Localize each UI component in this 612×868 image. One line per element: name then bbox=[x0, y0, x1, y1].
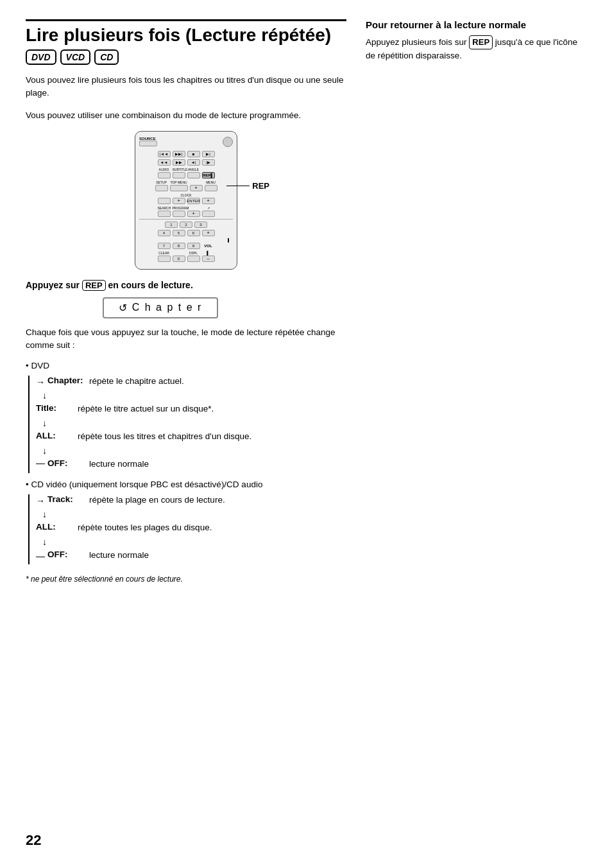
all-text-desc: répète tous les titres et chapitres d'un… bbox=[78, 431, 251, 443]
right-text-before: Appuyez plusieurs fois sur bbox=[366, 37, 467, 47]
down-arrow-2: ↓ bbox=[36, 418, 346, 428]
page-container: Lire plusieurs fois (Lecture répétée) DV… bbox=[0, 0, 612, 868]
right-column: Pour retourner à la lecture normale Appu… bbox=[359, 19, 586, 584]
dvd-chapter-row: → Chapter: répète le chapitre actuel. bbox=[36, 376, 346, 388]
remote-illustration: SOURCE |◄◄ ▶▶| ■ ▶| bbox=[26, 131, 346, 270]
footnote: * ne peut être sélectionné en cours de l… bbox=[26, 575, 346, 584]
off-text-cd: lecture normale bbox=[89, 550, 149, 562]
all-label: ALL: bbox=[36, 431, 78, 440]
cd-bullet: • CD vidéo (uniquement lorsque PBC est d… bbox=[26, 480, 346, 489]
down-arrow-1: ↓ bbox=[36, 390, 346, 401]
step-instruction: Appuyez sur REP en cours de lecture. bbox=[26, 280, 346, 291]
track-text-desc: répète la plage en cours de lecture. bbox=[89, 494, 225, 507]
dvd-bullet: • DVD bbox=[26, 361, 346, 370]
dvd-badge: DVD bbox=[26, 49, 56, 65]
chapter-arrow: → bbox=[36, 377, 45, 387]
off-label-cd: OFF: bbox=[47, 550, 89, 559]
down-arrow-5: ↓ bbox=[36, 537, 346, 547]
page-title: Lire plusieurs fois (Lecture répétée) bbox=[26, 19, 346, 46]
cd-all-row: ALL: répète toutes les plages du disque. bbox=[36, 522, 346, 534]
title-label: Title: bbox=[36, 403, 78, 413]
dvd-all-row: ALL: répète tous les titres et chapitres… bbox=[36, 431, 346, 443]
page-number: 22 bbox=[26, 832, 41, 849]
left-column: Lire plusieurs fois (Lecture répétée) DV… bbox=[26, 19, 359, 584]
chapter-text-desc: répète le chapitre actuel. bbox=[89, 376, 184, 388]
rep-button-inline: REP bbox=[82, 280, 106, 291]
dvd-flow-block: → Chapter: répète le chapitre actuel. ↓ … bbox=[36, 376, 346, 473]
repeat-icon: ↺ bbox=[119, 302, 128, 314]
intro-text-1: Vous pouvez lire plusieurs fois tous les… bbox=[26, 74, 346, 100]
cd-flow: → Track: répète la plage en cours de lec… bbox=[26, 494, 346, 564]
chapter-display: ↺ C h a p t e r bbox=[103, 297, 218, 318]
remote-control: SOURCE |◄◄ ▶▶| ■ ▶| bbox=[135, 131, 237, 270]
cd-vline bbox=[28, 494, 30, 564]
off-text-dvd: lecture normale bbox=[89, 458, 149, 471]
rep-arrow-label: REP bbox=[252, 181, 269, 191]
title-text-desc: répète le titre actuel sur un disque*. bbox=[78, 403, 214, 415]
cd-all-text: répète toutes les plages du disque. bbox=[78, 522, 212, 534]
down-arrow-3: ↓ bbox=[36, 446, 346, 456]
right-title: Pour retourner à la lecture normale bbox=[366, 19, 586, 30]
step-suffix: en cours de lecture. bbox=[108, 280, 193, 290]
down-arrow-4: ↓ bbox=[36, 509, 346, 519]
chapter-label: Chapter: bbox=[47, 376, 89, 385]
cd-off-row: — OFF: lecture normale bbox=[36, 550, 346, 562]
cd-all-label: ALL: bbox=[36, 522, 78, 532]
description-text: Chaque fois que vous appuyez sur la touc… bbox=[26, 326, 346, 352]
cd-flow-block: → Track: répète la plage en cours de lec… bbox=[36, 494, 346, 564]
dvd-off-row: — OFF: lecture normale bbox=[36, 458, 346, 471]
chapter-text: C h a p t e r bbox=[132, 302, 203, 313]
off-arrow-cd: — bbox=[36, 551, 45, 561]
dvd-title-row: Title: répète le titre actuel sur un dis… bbox=[36, 403, 346, 415]
step-instruction-text: Appuyez sur bbox=[26, 280, 80, 290]
track-arrow: → bbox=[36, 496, 45, 506]
track-label: Track: bbox=[47, 494, 89, 504]
right-text: Appuyez plusieurs fois sur REP jusqu'à c… bbox=[366, 35, 586, 62]
disc-badges: DVD VCD CD bbox=[26, 49, 346, 65]
vcd-badge: VCD bbox=[60, 49, 91, 65]
right-rep-button: REP bbox=[469, 35, 493, 49]
off-label-dvd: OFF: bbox=[47, 458, 89, 468]
cd-track-row: → Track: répète la plage en cours de lec… bbox=[36, 494, 346, 507]
dvd-flow: → Chapter: répète le chapitre actuel. ↓ … bbox=[26, 376, 346, 473]
off-arrow-dvd: — bbox=[36, 460, 45, 470]
intro-text-2: Vous pouvez utiliser une combinaison du … bbox=[26, 109, 346, 122]
cd-badge: CD bbox=[94, 49, 119, 65]
dvd-vline bbox=[28, 376, 30, 473]
